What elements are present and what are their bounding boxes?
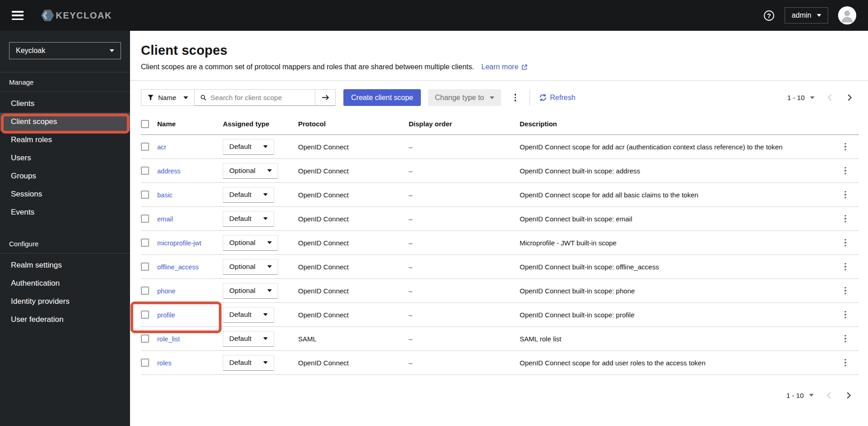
scope-name-link[interactable]: profile — [157, 311, 175, 319]
toolbar-kebab-menu[interactable] — [507, 90, 524, 105]
sidebar-item-authentication[interactable]: Authentication — [0, 274, 130, 292]
scope-name-link[interactable]: address — [157, 168, 181, 175]
row-kebab-menu[interactable] — [837, 283, 854, 298]
assigned-type-value: Optional — [229, 239, 256, 247]
page-header: Client scopes Client scopes are a common… — [130, 31, 868, 81]
protocol-value: OpenID Connect — [298, 359, 409, 367]
row-kebab-menu[interactable] — [837, 187, 854, 202]
row-kebab-menu[interactable] — [837, 163, 854, 178]
description-value: OpenID Connect scope for add all basic c… — [520, 191, 837, 199]
column-header-display-order: Display order — [409, 120, 520, 128]
assigned-type-select[interactable]: Optional — [223, 259, 278, 275]
row-kebab-menu[interactable] — [837, 331, 854, 346]
assigned-type-value: Default — [229, 335, 251, 343]
sidebar-item-client-scopes[interactable]: Client scopes — [0, 113, 130, 131]
pagination-range-dropdown[interactable]: 1 - 10 — [784, 390, 816, 401]
search-icon — [200, 94, 207, 101]
client-scopes-table: Name Assigned type Protocol Display orde… — [130, 113, 868, 375]
pagination-range-dropdown[interactable]: 1 - 10 — [785, 92, 817, 103]
row-checkbox[interactable] — [141, 143, 149, 151]
chevron-down-icon — [110, 49, 114, 52]
row-kebab-menu[interactable] — [837, 307, 854, 322]
svg-text:?: ? — [767, 12, 771, 19]
create-client-scope-button[interactable]: Create client scope — [343, 89, 421, 106]
sidebar-item-groups[interactable]: Groups — [0, 167, 130, 185]
brand-text: KEYCLOAK — [56, 10, 112, 20]
nav-toggle-icon[interactable] — [12, 11, 24, 20]
display-order-value: – — [409, 143, 520, 151]
realm-selector[interactable]: Keycloak — [9, 42, 121, 59]
search-input[interactable] — [211, 94, 309, 102]
description-value: OpenID Connect built-in scope: address — [520, 167, 837, 175]
row-kebab-menu[interactable] — [837, 139, 854, 154]
assigned-type-select[interactable]: Default — [223, 331, 274, 347]
row-kebab-menu[interactable] — [837, 211, 854, 226]
pagination-next-button[interactable] — [842, 91, 857, 105]
row-checkbox[interactable] — [141, 287, 149, 295]
toolbar: Name Create client scope — [130, 81, 868, 113]
sidebar-item-clients[interactable]: Clients — [0, 95, 130, 113]
learn-more-label: Learn more — [482, 63, 519, 71]
row-checkbox[interactable] — [141, 191, 149, 199]
table-row-role_list: role_listDefaultSAML–SAML role list — [141, 327, 859, 351]
sidebar-item-realm-roles[interactable]: Realm roles — [0, 131, 130, 149]
sidebar-item-users[interactable]: Users — [0, 149, 130, 167]
sidebar-item-realm-settings[interactable]: Realm settings — [0, 256, 130, 274]
select-all-checkbox[interactable] — [141, 120, 149, 128]
scope-name-link[interactable]: roles — [157, 359, 171, 367]
sidebar-item-user-federation[interactable]: User federation — [0, 311, 130, 329]
scope-name-link[interactable]: phone — [157, 287, 175, 295]
sidebar-item-identity-providers[interactable]: Identity providers — [0, 292, 130, 311]
user-menu[interactable]: admin — [785, 7, 828, 24]
row-checkbox[interactable] — [141, 359, 149, 367]
protocol-value: SAML — [298, 335, 409, 343]
display-order-value: – — [409, 167, 520, 175]
avatar[interactable] — [838, 6, 856, 24]
row-kebab-menu[interactable] — [837, 355, 854, 370]
scope-name-link[interactable]: basic — [157, 191, 173, 199]
row-checkbox[interactable] — [141, 311, 149, 319]
scope-name-link[interactable]: microprofile-jwt — [157, 239, 202, 247]
table-body: acrDefaultOpenID Connect–OpenID Connect … — [141, 135, 859, 375]
learn-more-link[interactable]: Learn more — [482, 63, 528, 71]
main-content: Client scopes Client scopes are a common… — [130, 31, 868, 426]
refresh-button[interactable]: Refresh — [539, 94, 575, 102]
scope-name-link[interactable]: offline_access — [157, 263, 199, 271]
row-kebab-menu[interactable] — [837, 259, 854, 274]
row-checkbox[interactable] — [141, 263, 149, 271]
assigned-type-select[interactable]: Default — [223, 355, 274, 371]
filter-type-dropdown[interactable]: Name — [141, 89, 195, 106]
table-row-profile: profileDefaultOpenID Connect–OpenID Conn… — [141, 303, 859, 327]
change-type-label: Change type to — [435, 94, 484, 102]
assigned-type-select[interactable]: Default — [223, 139, 274, 155]
row-checkbox[interactable] — [141, 215, 149, 223]
assigned-type-select[interactable]: Default — [223, 187, 274, 203]
search-submit-button[interactable] — [315, 89, 336, 106]
row-checkbox[interactable] — [141, 239, 149, 247]
chevron-down-icon — [809, 394, 814, 397]
row-checkbox[interactable] — [141, 167, 149, 175]
table-row-offline_access: offline_accessOptionalOpenID Connect–Ope… — [141, 255, 859, 279]
assigned-type-select[interactable]: Optional — [223, 235, 278, 251]
chevron-down-icon — [267, 265, 272, 268]
scope-name-link[interactable]: email — [157, 215, 173, 223]
sidebar-item-sessions[interactable]: Sessions — [0, 185, 130, 203]
row-checkbox[interactable] — [141, 335, 149, 343]
assigned-type-select[interactable]: Optional — [223, 163, 278, 179]
scope-name-link[interactable]: acr — [157, 144, 166, 151]
column-header-name: Name — [157, 120, 223, 128]
scope-name-link[interactable]: role_list — [157, 335, 180, 343]
change-type-dropdown[interactable]: Change type to — [428, 89, 501, 106]
assigned-type-select[interactable]: Optional — [223, 283, 278, 299]
assigned-type-select[interactable]: Default — [223, 211, 274, 227]
help-icon[interactable]: ? — [763, 10, 775, 21]
pagination-prev-button[interactable] — [822, 91, 837, 105]
pagination-prev-button[interactable] — [821, 388, 836, 402]
keycloak-logo[interactable]: KEYCLOAK — [37, 8, 114, 23]
sidebar-item-events[interactable]: Events — [0, 203, 130, 221]
assigned-type-select[interactable]: Default — [223, 307, 274, 323]
row-kebab-menu[interactable] — [837, 235, 854, 250]
display-order-value: – — [409, 311, 520, 319]
pagination-next-button[interactable] — [841, 388, 856, 402]
assigned-type-value: Default — [229, 215, 251, 223]
